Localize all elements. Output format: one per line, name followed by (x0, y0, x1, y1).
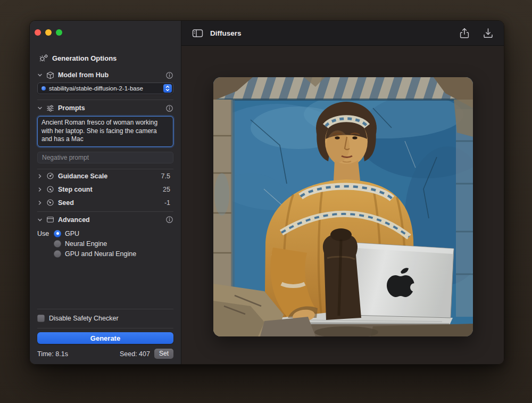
radio-row-neural-engine[interactable]: Neural Engine (37, 238, 173, 249)
radio-gpu-label: GPU (65, 230, 79, 237)
radio-row-gpu[interactable]: Use GPU (37, 228, 173, 238)
time-status: Time: 8.1s (37, 350, 68, 358)
seed-row[interactable]: Seed -1 (37, 196, 173, 209)
safety-checkbox-label: Disable Safety Checker (49, 315, 119, 322)
gauge-icon (46, 171, 55, 180)
safety-checker-row[interactable]: Disable Safety Checker (37, 311, 173, 325)
close-window-button[interactable] (35, 29, 41, 36)
model-color-dot (41, 86, 46, 91)
model-section-label: Model from Hub (58, 71, 109, 79)
chevron-down-icon (37, 105, 43, 111)
generated-image (213, 77, 473, 336)
zoom-window-button[interactable] (56, 29, 62, 36)
negative-prompt-input[interactable]: Negative prompt (37, 152, 173, 163)
radio-neural-engine[interactable] (54, 240, 61, 248)
guidance-scale-row[interactable]: Guidance Scale 7.5 (37, 169, 173, 183)
sidebar: Generation Options Model from Hub stabil… (30, 21, 181, 364)
sidebar-title: Generation Options (52, 54, 117, 62)
status-bar: Time: 8.1s Seed: 407 Set (37, 349, 173, 359)
step-count-value: 25 (163, 186, 173, 193)
advanced-section-label: Advanced (58, 216, 90, 224)
step-count-row[interactable]: Step count 25 (37, 183, 173, 196)
compute-unit-group: Use GPU Neural Engine GPU and Neural Eng… (37, 228, 173, 259)
radio-neural-engine-label: Neural Engine (65, 240, 107, 248)
info-icon[interactable] (165, 71, 173, 79)
model-select-value: stabilityai/stable-diffusion-2-1-base (49, 85, 160, 92)
prompts-section-row[interactable]: Prompts (37, 102, 173, 114)
gauge-icon (46, 185, 55, 194)
share-icon[interactable] (460, 28, 469, 39)
advanced-section-row[interactable]: Advanced (37, 213, 173, 226)
prompts-section-label: Prompts (58, 104, 85, 112)
guidance-scale-value: 7.5 (161, 172, 173, 180)
titlebar: Diffusers (181, 21, 504, 46)
generate-button[interactable]: Generate (37, 332, 173, 344)
seed-value: -1 (164, 199, 173, 207)
popup-stepper-icon (163, 84, 172, 93)
download-icon[interactable] (483, 28, 493, 38)
traffic-lights (35, 29, 62, 36)
model-cube-icon (46, 71, 55, 80)
desktop: Generation Options Model from Hub stabil… (0, 0, 532, 403)
step-count-label: Step count (58, 186, 93, 193)
diffusers-window: Generation Options Model from Hub stabil… (29, 20, 504, 365)
sliders-icon (46, 104, 55, 113)
gears-icon (39, 54, 48, 62)
model-section-row[interactable]: Model from Hub (37, 69, 173, 81)
chevron-right-icon (37, 200, 43, 205)
guidance-scale-label: Guidance Scale (58, 172, 107, 180)
seed-label: Seed (58, 199, 74, 207)
chevron-down-icon (37, 72, 43, 78)
window-title: Diffusers (210, 29, 242, 37)
radio-row-gpu-and-neural-engine[interactable]: GPU and Neural Engine (37, 249, 173, 259)
window-icon (46, 215, 55, 224)
chevron-right-icon (37, 174, 43, 179)
prompt-input[interactable]: Ancient Roman fresco of woman working wi… (37, 116, 173, 147)
use-label: Use (37, 230, 50, 237)
dial-icon (46, 198, 55, 207)
radio-gpu-and-neural-engine[interactable] (54, 250, 61, 258)
radio-gpu-and-neural-engine-label: GPU and Neural Engine (65, 250, 136, 258)
minimize-window-button[interactable] (45, 29, 52, 36)
sidebar-header: Generation Options (37, 54, 173, 62)
divider (37, 100, 173, 100)
model-select[interactable]: stabilityai/stable-diffusion-2-1-base (37, 83, 173, 94)
set-seed-button[interactable]: Set (154, 349, 173, 359)
divider (37, 211, 173, 212)
divider (37, 309, 173, 309)
safety-checkbox[interactable] (37, 315, 45, 322)
main-area: Diffusers (181, 21, 504, 364)
sidebar-toggle-icon[interactable] (192, 29, 203, 38)
seed-status: Seed: 407 (120, 350, 150, 358)
chevron-down-icon (37, 217, 43, 223)
radio-gpu[interactable] (54, 230, 61, 237)
image-canvas (181, 46, 504, 364)
chevron-right-icon (37, 187, 43, 192)
info-icon[interactable] (165, 104, 173, 112)
info-icon[interactable] (165, 216, 173, 224)
divider (37, 328, 173, 328)
